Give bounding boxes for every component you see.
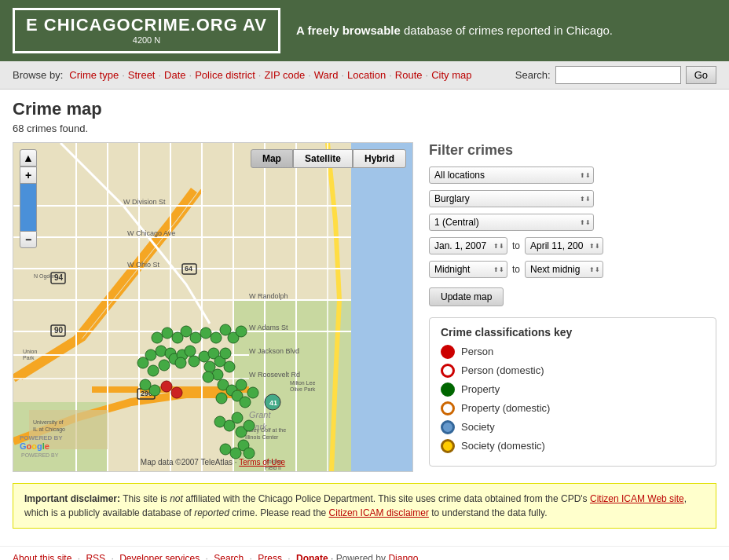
district-filter-row: 1 (Central): [429, 214, 716, 231]
location-select-wrapper: All locations: [429, 167, 594, 184]
zoom-controls: ▲ + −: [20, 149, 37, 248]
svg-point-70: [224, 361, 235, 372]
svg-point-95: [220, 444, 231, 455]
footer-developer-link[interactable]: Developer services: [119, 553, 200, 560]
footer-django-link[interactable]: Django: [388, 553, 418, 560]
district-select[interactable]: 1 (Central): [429, 214, 594, 231]
svg-text:N Ogden: N Ogden: [34, 273, 56, 280]
date-from-input[interactable]: [429, 237, 507, 254]
disclaimer-text2: affiliated with the Chicago Police Depar…: [183, 493, 590, 504]
map-button[interactable]: Map: [251, 149, 293, 168]
time-from-wrapper: [429, 261, 507, 278]
date-range-row: to: [429, 237, 716, 254]
google-g2: g: [37, 441, 42, 451]
svg-point-79: [211, 332, 222, 343]
svg-text:Park: Park: [23, 355, 35, 361]
property-label: Property: [461, 383, 500, 395]
satellite-button[interactable]: Satellite: [293, 149, 353, 168]
sep5: ·: [288, 553, 290, 560]
zoom-up-button[interactable]: ▲: [20, 149, 37, 167]
nav-route[interactable]: Route: [395, 69, 423, 81]
svg-text:W Ohio St: W Ohio St: [127, 261, 160, 269]
street-sign: E CHICAGOCRIME.ORG AV 4200 N: [13, 8, 280, 53]
society-domestic-label: Society (domestic): [461, 440, 545, 452]
svg-rect-4: [351, 143, 412, 471]
classifications-box: Crime classifications key Person Person …: [429, 317, 716, 467]
nav-police-district[interactable]: Police district: [195, 69, 255, 81]
hybrid-button[interactable]: Hybrid: [353, 149, 406, 168]
header-description: A freely browsable database of crimes re…: [296, 22, 613, 38]
site-header: E CHICAGOCRIME.ORG AV 4200 N A freely br…: [0, 0, 729, 61]
property-dot: [441, 382, 455, 397]
sep1: ·: [78, 553, 80, 560]
classification-society-domestic: Society (domestic): [441, 439, 705, 453]
svg-text:Milton Lee: Milton Lee: [290, 380, 315, 386]
crime-type-select-wrapper: Burglary: [429, 190, 594, 207]
date-from-wrapper: [429, 237, 507, 254]
map-type-controls: Map Satellite Hybrid: [251, 149, 406, 168]
disclaimer-reported: reported: [194, 507, 229, 518]
google-g1: G: [20, 441, 27, 451]
time-to-input[interactable]: [525, 261, 603, 278]
search-go-button[interactable]: Go: [686, 66, 716, 84]
person-dot: [441, 345, 455, 359]
svg-point-74: [162, 328, 173, 339]
district-select-wrapper: 1 (Central): [429, 214, 594, 231]
nav-ward[interactable]: Ward: [314, 69, 339, 81]
footer-donate-link[interactable]: Donate: [296, 553, 328, 560]
svg-point-63: [175, 357, 186, 368]
sep3: ·: [206, 553, 208, 560]
disclaimer-box: Important disclaimer: This site is not a…: [13, 483, 716, 529]
footer: About this site · RSS · Developer servic…: [0, 546, 729, 560]
svg-text:University of: University of: [33, 419, 64, 426]
footer-about-link[interactable]: About this site: [13, 553, 71, 560]
classification-person-domestic: Person (domestic): [441, 364, 705, 378]
svg-point-77: [190, 332, 201, 343]
time-from-input[interactable]: [429, 261, 507, 278]
footer-rss-link[interactable]: RSS: [86, 553, 105, 560]
citizen-icam-link[interactable]: Citizen ICAM Web site: [590, 493, 684, 504]
svg-point-94: [244, 420, 255, 431]
svg-point-58: [148, 365, 159, 376]
footer-search-link[interactable]: Search: [214, 553, 244, 560]
disclaimer-text4: crime. Please read the: [229, 507, 329, 518]
map-attribution: Map data ©2007 TeleAtlas · Terms of Use: [13, 458, 412, 467]
svg-text:POWERED BY: POWERED BY: [21, 452, 59, 458]
svg-text:W Adams St: W Adams St: [249, 324, 288, 331]
nav-crime-type[interactable]: Crime type: [69, 69, 119, 81]
sep2: ·: [111, 553, 113, 560]
footer-press-link[interactable]: Press: [258, 553, 282, 560]
svg-text:90: 90: [54, 326, 64, 335]
time-range-row: to: [429, 261, 716, 278]
sign-line2: 4200 N: [26, 35, 267, 46]
terms-of-use-link[interactable]: Terms of Use: [239, 458, 285, 467]
svg-point-62: [185, 346, 196, 357]
nav-city-map[interactable]: City map: [431, 69, 471, 81]
header-desc-bold: A freely browsable: [296, 24, 401, 37]
zoom-slider[interactable]: [20, 184, 37, 231]
svg-text:W Chicago Ave: W Chicago Ave: [127, 229, 175, 237]
zoom-out-button[interactable]: −: [20, 231, 37, 248]
svg-point-100: [149, 385, 160, 396]
zoom-in-button[interactable]: +: [20, 167, 37, 184]
date-to-wrapper: [525, 237, 603, 254]
society-domestic-dot: [441, 439, 455, 453]
nav-zip-code[interactable]: ZIP code: [264, 69, 305, 81]
nav-street[interactable]: Street: [128, 69, 156, 81]
location-select[interactable]: All locations: [429, 167, 594, 184]
classification-property: Property: [441, 382, 705, 397]
search-input[interactable]: [555, 66, 681, 84]
person-domestic-label: Person (domestic): [461, 364, 544, 376]
date-to-input[interactable]: [525, 237, 603, 254]
society-label: Society: [461, 421, 495, 433]
nav-date[interactable]: Date: [164, 69, 185, 81]
nav-location[interactable]: Location: [347, 69, 386, 81]
svg-point-73: [152, 332, 163, 343]
svg-text:W Randolph: W Randolph: [249, 292, 288, 300]
svg-point-85: [216, 393, 227, 404]
icam-disclaimer-link[interactable]: Citizen ICAM disclaimer: [329, 507, 429, 518]
svg-point-59: [159, 360, 170, 371]
update-map-button[interactable]: Update map: [429, 287, 504, 306]
crime-type-select[interactable]: Burglary: [429, 190, 594, 207]
map[interactable]: W Division St W Chicago Ave W Ohio St W …: [13, 142, 413, 472]
